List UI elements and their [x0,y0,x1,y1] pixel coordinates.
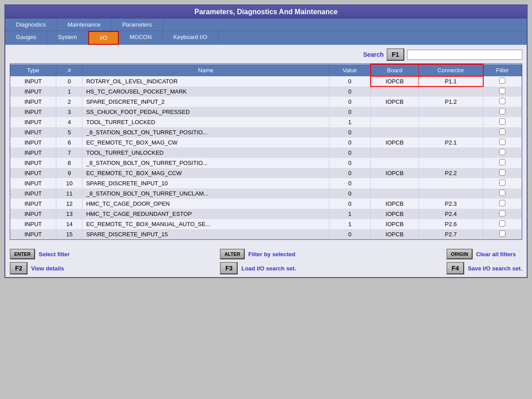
cell-type: INPUT [10,219,56,229]
view-details-label: View details [31,265,64,272]
cell-value: 0 [329,148,371,158]
cell-connector [419,117,483,127]
filter-checkbox[interactable] [499,190,505,196]
filter-checkbox[interactable] [499,108,505,114]
cell-type: INPUT [10,178,56,188]
cell-filter[interactable] [483,86,522,97]
cell-filter[interactable] [483,148,522,158]
subtab-system[interactable]: System [47,31,88,45]
enter-button[interactable]: ENTER [10,249,35,259]
filter-checkbox[interactable] [499,220,505,227]
cell-num: 12 [56,199,82,209]
cell-filter[interactable] [483,178,522,188]
f2-button[interactable]: F2 [10,262,27,274]
f3-row: F3 Load I/O search set. [220,262,296,274]
cell-filter[interactable] [483,219,522,229]
filter-checkbox[interactable] [499,118,505,125]
cell-num: 2 [56,97,82,107]
tab-diagnostics[interactable]: Diagnostics [5,19,57,31]
cell-connector [419,86,483,97]
cell-board [371,127,419,137]
filter-checkbox[interactable] [499,231,505,237]
cell-filter[interactable] [483,107,522,117]
table-row: INPUT 15 SPARE_DISCRETE_INPUT_15 0 IOPCB… [10,229,522,239]
cell-board: IOPCB [371,229,419,239]
table-row: INPUT 7 TOOL_TURRET_UNLOCKED 0 [10,148,522,158]
tab-row: Diagnostics Maintenance Parameters [5,19,527,31]
search-input[interactable] [407,50,522,60]
table-row: INPUT 13 HMC_TC_CAGE_REDUNDANT_ESTOP 1 I… [10,209,522,219]
filter-checkbox[interactable] [499,88,505,94]
subtab-mocon[interactable]: MOCON [119,31,163,45]
table-row: INPUT 6 EC_REMOTE_TC_BOX_MAG_CW 0 IOPCB … [10,137,522,148]
filter-checkbox[interactable] [499,129,505,135]
cell-filter[interactable] [483,137,522,148]
cell-filter[interactable] [483,117,522,127]
filter-checkbox[interactable] [499,169,505,176]
filter-checkbox[interactable] [499,200,505,206]
filter-checkbox[interactable] [499,210,505,216]
f3-button[interactable]: F3 [220,262,238,274]
io-table: Type # Name Value Board Connector Filter… [10,64,522,239]
cell-type: INPUT [10,127,56,137]
cell-connector [419,188,483,199]
cell-board [371,158,419,168]
cell-num: 13 [56,209,82,219]
filter-checkbox[interactable] [499,149,505,155]
cell-name: HMC_TC_CAGE_DOOR_OPEN [82,199,329,209]
cell-type: INPUT [10,209,56,219]
cell-type: INPUT [10,148,56,158]
cell-name: _8_STATION_BOLT_ON_TURRET_UNCLAM... [82,188,329,199]
th-num: # [56,64,82,76]
cell-filter[interactable] [483,97,522,107]
filter-checkbox[interactable] [499,180,505,186]
cell-num: 9 [56,168,82,178]
cell-type: INPUT [10,97,56,107]
filter-checkbox[interactable] [499,78,505,84]
cell-name: HS_TC_CAROUSEL_POCKET_MARK [82,86,329,97]
filter-checkbox[interactable] [499,139,505,145]
cell-connector: P2.7 [419,229,483,239]
cell-value: 0 [329,188,371,199]
subtab-io[interactable]: I/O [88,31,119,45]
bottom-left: ENTER Select filter F2 View details [10,249,70,274]
subtab-keyboard-io[interactable]: Keyboard I/O [163,31,219,45]
f1-button[interactable]: F1 [387,48,404,61]
cell-value: 0 [329,229,371,239]
filter-by-selected-label: Filter by selected [248,251,295,258]
cell-connector [419,148,483,158]
cell-name: ROTARY_OIL_LEVEL_INDICATOR [82,76,329,86]
cell-filter[interactable] [483,127,522,137]
origin-row: ORIGIN Clear all filters [446,249,516,259]
cell-name: TOOL_TURRET_LOCKED [82,117,329,127]
cell-value: 0 [329,127,371,137]
cell-name: EC_REMOTE_TC_BOX_MANUAL_AUTO_SE... [82,219,329,229]
cell-num: 7 [56,148,82,158]
tab-maintenance[interactable]: Maintenance [57,19,111,31]
cell-name: TOOL_TURRET_UNLOCKED [82,148,329,158]
cell-name: SPARE_DISCRETE_INPUT_10 [82,178,329,188]
cell-type: INPUT [10,117,56,127]
cell-value: 0 [329,137,371,148]
table-row: INPUT 0 ROTARY_OIL_LEVEL_INDICATOR 0 IOP… [10,76,522,86]
alter-button[interactable]: ALTER [220,249,245,259]
filter-checkbox[interactable] [499,98,505,104]
f4-button[interactable]: F4 [446,262,464,274]
table-row: INPUT 2 SPARE_DISCRETE_INPUT_2 0 IOPCB P… [10,97,522,107]
cell-value: 1 [329,219,371,229]
table-row: INPUT 3 SS_CHUCK_FOOT_PEDAL_PRESSED 0 [10,107,522,117]
cell-filter[interactable] [483,199,522,209]
cell-name: SS_CHUCK_FOOT_PEDAL_PRESSED [82,107,329,117]
tab-parameters[interactable]: Parameters [112,19,163,31]
cell-filter[interactable] [483,229,522,239]
subtab-gauges[interactable]: Gauges [5,31,47,45]
cell-filter[interactable] [483,188,522,199]
cell-board [371,86,419,97]
cell-value: 0 [329,107,371,117]
cell-filter[interactable] [483,158,522,168]
cell-filter[interactable] [483,76,522,86]
origin-button[interactable]: ORIGIN [446,249,473,259]
cell-filter[interactable] [483,168,522,178]
filter-checkbox[interactable] [499,159,505,165]
cell-filter[interactable] [483,209,522,219]
